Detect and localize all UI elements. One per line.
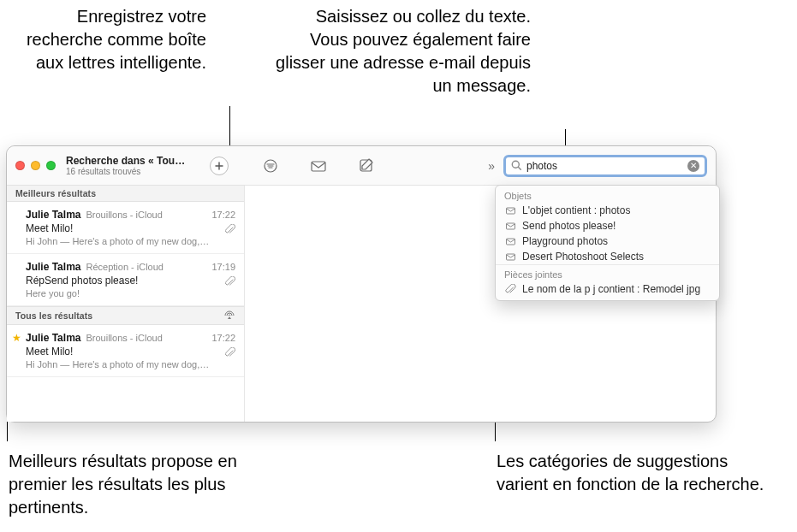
window-title: Recherche dans « Tou… xyxy=(66,155,203,167)
minimize-icon[interactable] xyxy=(31,161,40,170)
suggestion-label: L'objet contient : photos xyxy=(522,204,630,216)
message-row[interactable]: ★ Julie Talma Brouillons - iCloud 17:22 … xyxy=(7,325,244,377)
suggestion-item[interactable]: Send photos please! xyxy=(496,218,719,233)
suggestion-label: Desert Photoshoot Selects xyxy=(522,251,644,263)
suggestion-item[interactable]: Playground photos xyxy=(496,233,719,249)
close-icon[interactable] xyxy=(15,161,25,170)
search-suggestions-popover: Objets L'objet contient : photos Send ph… xyxy=(495,185,720,301)
suggestions-section-attachments: Pièces jointes xyxy=(496,264,719,281)
sender-name: Julie Talma xyxy=(26,332,80,344)
message-row[interactable]: Julie Talma Réception - iCloud 17:19 Rép… xyxy=(7,254,244,306)
sender-name: Julie Talma xyxy=(26,261,80,273)
paperclip-icon xyxy=(504,284,516,295)
star-icon: ★ xyxy=(12,332,21,344)
results-list: Meilleurs résultats Julie Talma Brouillo… xyxy=(7,186,245,422)
subject-label: Meet Milo! xyxy=(26,222,235,234)
overflow-icon[interactable]: » xyxy=(488,159,495,173)
attachment-icon xyxy=(225,347,235,358)
attachment-icon xyxy=(225,224,235,234)
envelope-icon xyxy=(504,236,516,247)
attachment-icon xyxy=(225,276,235,287)
subject-label: RépSend photos please! xyxy=(26,275,235,287)
subject-label: Meet Milo! xyxy=(26,346,235,358)
section-label: Meilleurs résultats xyxy=(15,188,96,198)
suggestion-item[interactable]: Le nom de la p j contient : Remodel jpg xyxy=(496,281,719,297)
compose-icon[interactable] xyxy=(357,157,376,175)
envelope-icon xyxy=(504,221,516,232)
sender-name: Julie Talma xyxy=(26,209,80,221)
suggestion-label: Playground photos xyxy=(522,235,608,247)
clear-search-button[interactable]: ✕ xyxy=(687,160,699,172)
preview-label: Hi John — Here's a photo of my new dog,… xyxy=(26,359,235,369)
save-smart-mailbox-button[interactable] xyxy=(210,157,229,175)
airplay-icon[interactable] xyxy=(223,310,235,322)
time-label: 17:22 xyxy=(211,210,235,220)
callout-top-hits: Meilleurs résultats propose en premier l… xyxy=(9,450,270,519)
section-best-results: Meilleurs résultats xyxy=(7,186,244,202)
callout-search-hint: Saisissez ou collez du texte. Vous pouve… xyxy=(257,5,531,98)
search-field[interactable]: ✕ xyxy=(503,155,707,177)
zoom-icon[interactable] xyxy=(46,161,56,170)
preview-label: Here you go! xyxy=(26,288,235,299)
suggestion-label: Le nom de la p j contient : Remodel jpg xyxy=(522,283,700,295)
traffic-lights[interactable] xyxy=(15,161,66,170)
time-label: 17:22 xyxy=(211,333,235,343)
source-label: Brouillons - iCloud xyxy=(86,210,162,220)
message-row[interactable]: Julie Talma Brouillons - iCloud 17:22 Me… xyxy=(7,202,244,254)
section-label: Tous les résultats xyxy=(15,310,92,321)
section-all-results: Tous les résultats xyxy=(7,306,244,325)
svg-rect-1 xyxy=(312,162,325,171)
search-icon xyxy=(511,160,522,171)
suggestion-item[interactable]: Desert Photoshoot Selects xyxy=(496,249,719,264)
callout-categories: Les catégories de suggestions varient en… xyxy=(497,450,770,496)
window-subtitle: 16 résultats trouvés xyxy=(66,167,203,176)
callout-smart-mailbox: Enregistrez votre recherche comme boîte … xyxy=(0,5,206,74)
suggestion-label: Send photos please! xyxy=(522,220,616,232)
titlebar: Recherche dans « Tou… 16 résultats trouv… xyxy=(7,146,716,186)
search-input[interactable] xyxy=(526,160,687,172)
envelope-icon xyxy=(504,205,516,216)
preview-label: Hi John — Here's a photo of my new dog,… xyxy=(26,236,235,246)
mail-window: Recherche dans « Tou… 16 résultats trouv… xyxy=(6,145,717,423)
envelope-icon[interactable] xyxy=(309,157,328,175)
envelope-icon xyxy=(504,251,516,263)
time-label: 17:19 xyxy=(211,262,235,272)
source-label: Brouillons - iCloud xyxy=(86,333,162,343)
suggestions-section-objects: Objets xyxy=(496,186,719,203)
source-label: Réception - iCloud xyxy=(86,262,164,272)
suggestion-item[interactable]: L'objet contient : photos xyxy=(496,203,719,218)
filter-icon[interactable] xyxy=(261,157,280,175)
